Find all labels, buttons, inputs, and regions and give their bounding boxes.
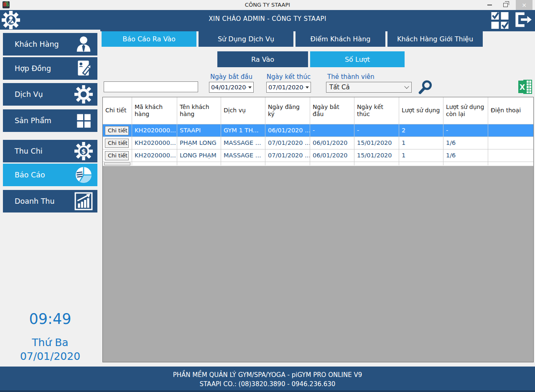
svg-text:X: X bbox=[520, 83, 525, 91]
cell-ngay-bat-dau: 06/01/2020 bbox=[310, 137, 354, 149]
sidebar-item-hop-dong[interactable]: Hợp Đồng bbox=[3, 57, 97, 80]
cell-ma-khach-hang: KH2020000... bbox=[132, 124, 177, 137]
column-header[interactable]: Dịch vụ bbox=[221, 97, 265, 124]
column-header[interactable]: Ngày đăng ký bbox=[265, 97, 310, 124]
chevron-down-icon bbox=[404, 84, 409, 89]
chevron-down-icon bbox=[306, 86, 309, 89]
minimize-icon bbox=[487, 5, 492, 5]
sidebar-item-label: Khách Hàng bbox=[3, 40, 59, 48]
clock-time: 09:49 bbox=[0, 311, 100, 327]
search-icon[interactable] bbox=[418, 80, 433, 95]
window-bottom-edge bbox=[0, 390, 535, 392]
sidebar-item-dich-vu[interactable]: Dịch Vụ bbox=[3, 83, 97, 106]
detail-button[interactable]: Chi tiết bbox=[105, 151, 129, 160]
member-card-label: Thẻ thành viên bbox=[326, 73, 377, 81]
calendar-icon bbox=[303, 84, 304, 90]
tab-bao-cao-ra-vao[interactable]: Báo Cáo Ra Vào bbox=[102, 31, 196, 47]
table-row[interactable]: Chi tiết KH2020000... LONG PHẠM MASSAGE … bbox=[103, 149, 533, 162]
cell-luot-su-dung: 2 bbox=[399, 124, 443, 137]
restore-icon bbox=[503, 3, 508, 7]
footer-bar: PHẦN MỀM QUẢN LÝ GYM/SPA/YOGA - piGYM PR… bbox=[0, 367, 535, 392]
cell-ngay-dang-ky: 07/01/2020 ... bbox=[265, 149, 310, 162]
end-date-value: 07/01/2020 bbox=[268, 84, 303, 91]
search-input[interactable] bbox=[104, 81, 198, 92]
cell-ma-khach-hang: KH2020000... bbox=[132, 137, 177, 149]
sidebar-item-label: Doanh Thu bbox=[3, 197, 55, 205]
window-title: CÔNG TY STAAPI bbox=[0, 2, 535, 8]
detail-button[interactable]: Chi tiết bbox=[105, 126, 129, 135]
cell-ngay-bat-dau: - bbox=[310, 124, 354, 137]
sidebar-item-bao-cao[interactable]: Báo Cáo bbox=[3, 164, 97, 186]
clock-date: 07/01/2020 bbox=[0, 350, 100, 362]
bar-chart-icon bbox=[74, 192, 93, 211]
logout-icon[interactable] bbox=[512, 11, 532, 28]
money-gear-icon: $ bbox=[74, 142, 93, 161]
sidebar-item-label: Hợp Đồng bbox=[3, 64, 51, 73]
column-header[interactable]: Tên khách hàng bbox=[177, 97, 221, 124]
pie-chart-icon bbox=[74, 165, 93, 185]
cell-dien-thoai bbox=[488, 149, 533, 162]
tab-khach-hang-gioi-thieu[interactable]: Khách Hàng Giới Thiệu bbox=[387, 31, 483, 47]
user-icon bbox=[74, 35, 93, 54]
end-date-label: Ngày kết thúc bbox=[266, 73, 311, 81]
member-card-select[interactable]: Tất Cả bbox=[326, 82, 412, 93]
column-header[interactable]: Ngày bắt đầu bbox=[310, 97, 354, 124]
sidebar-item-label: Báo Cáo bbox=[3, 171, 45, 179]
end-date-picker[interactable]: 07/01/2020 bbox=[266, 82, 311, 93]
calendar-icon bbox=[246, 84, 247, 90]
column-header[interactable]: Điện thoại bbox=[488, 97, 533, 124]
sidebar-item-label: Sản Phẩm bbox=[3, 116, 51, 125]
cell-ma-khach-hang: KH2020000... bbox=[132, 149, 177, 162]
grid-icon bbox=[74, 111, 93, 130]
table-new-row-stub bbox=[103, 162, 533, 166]
new-row-handle bbox=[104, 162, 130, 165]
sidebar-item-khach-hang[interactable]: Khách Hàng bbox=[3, 33, 97, 56]
title-bar: BSHR CÔNG TY STAAPI × bbox=[0, 0, 535, 10]
column-header[interactable]: Ngày kết thúc bbox=[354, 97, 399, 124]
sidebar-item-thu-chi[interactable]: Thu Chi $ bbox=[3, 140, 97, 162]
sidebar-item-label: Thu Chi bbox=[3, 147, 43, 155]
cell-dien-thoai bbox=[488, 124, 533, 137]
cell-dien-thoai bbox=[488, 137, 533, 149]
column-header[interactable]: Lượt sử dụng bbox=[399, 97, 443, 124]
cell-ngay-ket-thuc: 15/01/2020 bbox=[354, 149, 399, 162]
chevron-down-icon bbox=[248, 86, 252, 89]
member-card-value: Tất Cả bbox=[329, 83, 405, 91]
tab-diem-khach-hang[interactable]: Điểm Khách Hàng bbox=[296, 31, 385, 47]
excel-export-icon[interactable]: X bbox=[518, 79, 532, 94]
cell-ngay-dang-ky: 06/01/2020 ... bbox=[265, 124, 310, 137]
checkbox-grid-icon[interactable] bbox=[490, 11, 512, 29]
table-empty-area bbox=[103, 166, 533, 362]
sidebar-item-doanh-thu[interactable]: Doanh Thu bbox=[3, 190, 97, 212]
contract-icon bbox=[74, 59, 93, 78]
tab-su-dung-dich-vu[interactable]: Sử Dụng Dịch Vụ bbox=[199, 31, 293, 47]
clock-weekday: Thứ Ba bbox=[0, 336, 100, 349]
restore-button[interactable] bbox=[498, 0, 512, 10]
cell-luot-su-dung: 1 bbox=[399, 137, 443, 149]
subtab-ra-vao[interactable]: Ra Vào bbox=[217, 51, 308, 67]
sidebar-item-san-pham[interactable]: Sản Phẩm bbox=[3, 109, 97, 132]
gear-icon bbox=[74, 85, 93, 104]
start-date-value: 04/01/2020 bbox=[211, 84, 246, 91]
detail-button[interactable]: Chi tiết bbox=[105, 139, 129, 148]
cell-ten-khach-hang: LONG PHẠM bbox=[177, 149, 221, 162]
table-row[interactable]: Chi tiết KH2020000... PHẠM LONG MASSAGE … bbox=[103, 137, 533, 149]
start-date-label: Ngày bắt đầu bbox=[209, 73, 254, 81]
column-header[interactable]: Chi tiết bbox=[103, 97, 132, 124]
column-header[interactable]: Mã khách hàng bbox=[132, 97, 177, 124]
column-header[interactable]: Lượt sử dụng còn lại bbox=[443, 97, 488, 124]
cell-ngay-ket-thuc: 15/01/2020 bbox=[354, 137, 399, 149]
start-date-picker[interactable]: 04/01/2020 bbox=[209, 82, 254, 93]
cell-dich-vu: MASSAGE ... bbox=[221, 149, 265, 162]
table-row[interactable]: Chi tiết KH2020000... STAAPI GYM 1 TH...… bbox=[103, 124, 533, 137]
cell-luot-con-lai: 1/6 bbox=[443, 149, 488, 162]
cell-luot-con-lai: 1/6 bbox=[443, 137, 488, 149]
report-table: Chi tiết Mã khách hàng Tên khách hàng Dị… bbox=[102, 97, 534, 362]
table-header-row: Chi tiết Mã khách hàng Tên khách hàng Dị… bbox=[103, 97, 533, 124]
footer-contact-line: STAAPI CO.: (08)3820.3890 - 0946.236.630 bbox=[0, 380, 535, 388]
minimize-button[interactable] bbox=[482, 0, 497, 10]
svg-text:$: $ bbox=[82, 147, 86, 155]
subtab-so-luot[interactable]: Số Lượt bbox=[310, 51, 405, 67]
cell-dich-vu: MASSAGE ... bbox=[221, 137, 265, 149]
close-button[interactable]: × bbox=[516, 0, 532, 10]
